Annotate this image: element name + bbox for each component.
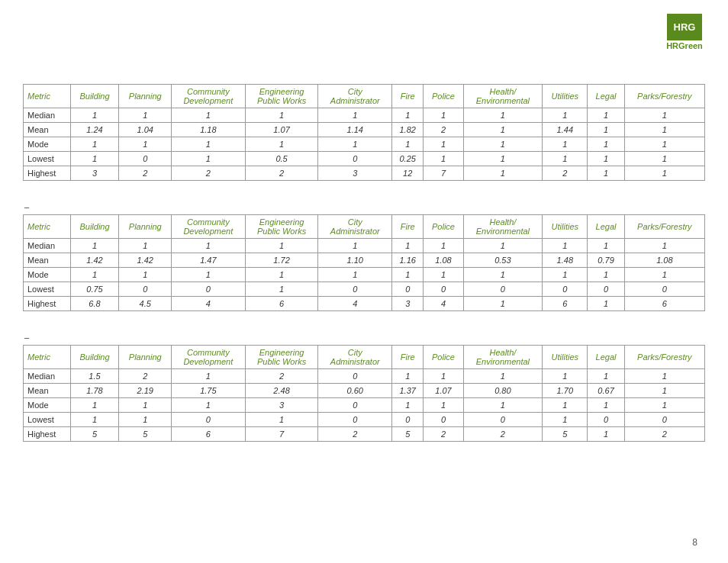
table-row: Highest322231271211: [24, 166, 705, 181]
cell-2-4-9: 6: [543, 297, 588, 311]
cell-3-1-0: Mean: [24, 384, 71, 398]
table-row: Median1.52120111111: [24, 369, 705, 384]
cell-1-2-1: 1: [70, 137, 119, 152]
table-row: Mode11111111111: [24, 137, 705, 152]
table-row: Mean1.782.191.752.480.601.371.070.801.70…: [24, 384, 705, 398]
cell-3-4-4: 7: [245, 427, 318, 442]
table-row: Mode11111111111: [24, 268, 705, 282]
cell-3-2-7: 1: [424, 398, 463, 413]
cell-2-0-10: 1: [588, 239, 624, 253]
cell-2-3-10: 0: [588, 282, 624, 297]
cell-1-4-8: 1: [463, 166, 543, 181]
col-header-1-5: CityAdministrator: [318, 85, 392, 108]
cell-3-4-7: 2: [424, 427, 463, 442]
cell-3-1-9: 1.70: [543, 384, 588, 398]
col-header-1-4: EngineeringPublic Works: [245, 85, 318, 108]
cell-2-0-7: 1: [424, 239, 463, 253]
col-header-2-5: CityAdministrator: [318, 215, 392, 239]
cell-3-4-6: 5: [392, 427, 424, 442]
col-header-2-7: Police: [424, 215, 463, 239]
cell-2-0-0: Median: [24, 239, 71, 253]
cell-2-1-6: 1.16: [392, 253, 424, 268]
cell-1-4-2: 2: [119, 166, 172, 181]
cell-2-2-10: 1: [588, 268, 624, 282]
cell-2-1-0: Mean: [24, 253, 71, 268]
cell-1-2-0: Mode: [24, 137, 71, 152]
cell-3-1-7: 1.07: [424, 384, 463, 398]
cell-1-0-10: 1: [588, 108, 624, 123]
cell-3-4-11: 2: [624, 427, 704, 442]
cell-1-4-10: 1: [588, 166, 624, 181]
cell-1-4-9: 2: [543, 166, 588, 181]
col-header-2-2: Planning: [119, 215, 172, 239]
cell-3-0-6: 1: [392, 369, 424, 384]
cell-3-2-1: 1: [70, 398, 119, 413]
cell-3-0-9: 1: [543, 369, 588, 384]
cell-2-4-7: 4: [424, 297, 463, 311]
cell-3-3-10: 0: [588, 413, 624, 427]
cell-3-1-6: 1.37: [392, 384, 424, 398]
col-header-2-8: Health/Environmental: [463, 215, 543, 239]
cell-3-4-5: 2: [318, 427, 392, 442]
col-header-2-10: Legal: [588, 215, 624, 239]
cell-3-0-11: 1: [624, 369, 704, 384]
cell-3-3-2: 1: [119, 413, 172, 427]
cell-3-3-1: 1: [70, 413, 119, 427]
cell-2-1-2: 1.42: [119, 253, 172, 268]
section-label-2: –: [23, 202, 705, 211]
cell-3-2-2: 1: [119, 398, 172, 413]
col-header-3-11: Parks/Forestry: [624, 346, 704, 369]
col-header-2-0: Metric: [24, 215, 71, 239]
col-header-1-6: Fire: [392, 85, 424, 108]
table-row: Lowest11010000100: [24, 413, 705, 427]
cell-2-3-11: 0: [624, 282, 704, 297]
col-header-3-4: EngineeringPublic Works: [245, 346, 318, 369]
table-row: Lowest0.750010000000: [24, 282, 705, 297]
cell-1-4-11: 1: [624, 166, 704, 181]
cell-1-3-5: 0: [318, 152, 392, 166]
cell-3-2-8: 1: [463, 398, 543, 413]
cell-1-0-11: 1: [624, 108, 704, 123]
logo: HRG HRGreen: [662, 14, 707, 50]
cell-2-3-8: 0: [463, 282, 543, 297]
col-header-3-6: Fire: [392, 346, 424, 369]
cell-3-0-3: 1: [172, 369, 246, 384]
col-header-1-10: Legal: [588, 85, 624, 108]
cell-1-2-10: 1: [588, 137, 624, 152]
cell-2-2-1: 1: [70, 268, 119, 282]
cell-3-0-7: 1: [424, 369, 463, 384]
cell-3-2-4: 3: [245, 398, 318, 413]
cell-1-4-0: Highest: [24, 166, 71, 181]
cell-1-3-4: 0.5: [245, 152, 318, 166]
cell-2-1-7: 1.08: [424, 253, 463, 268]
cell-2-2-0: Mode: [24, 268, 71, 282]
cell-1-3-2: 0: [119, 152, 172, 166]
cell-2-0-6: 1: [392, 239, 424, 253]
cell-2-2-6: 1: [392, 268, 424, 282]
cell-3-2-5: 0: [318, 398, 392, 413]
cell-2-1-8: 0.53: [463, 253, 543, 268]
col-header-3-8: Health/Environmental: [463, 346, 543, 369]
cell-3-0-5: 0: [318, 369, 392, 384]
cell-1-1-8: 1: [463, 123, 543, 137]
cell-2-0-9: 1: [543, 239, 588, 253]
cell-1-0-1: 1: [70, 108, 119, 123]
cell-1-2-2: 1: [119, 137, 172, 152]
cell-3-2-0: Mode: [24, 398, 71, 413]
cell-2-1-5: 1.10: [318, 253, 392, 268]
cell-1-2-8: 1: [463, 137, 543, 152]
cell-2-3-6: 0: [392, 282, 424, 297]
table-row: Lowest1010.500.2511111: [24, 152, 705, 166]
cell-2-1-1: 1.42: [70, 253, 119, 268]
cell-2-0-4: 1: [245, 239, 318, 253]
cell-3-4-8: 2: [463, 427, 543, 442]
cell-1-4-1: 3: [70, 166, 119, 181]
cell-2-3-7: 0: [424, 282, 463, 297]
cell-3-2-11: 1: [624, 398, 704, 413]
cell-1-2-9: 1: [543, 137, 588, 152]
cell-3-0-0: Median: [24, 369, 71, 384]
table-section-3: –MetricBuildingPlanningCommunityDevelopm…: [23, 333, 705, 442]
col-header-1-1: Building: [70, 85, 119, 108]
cell-3-4-9: 5: [543, 427, 588, 442]
cell-3-4-10: 1: [588, 427, 624, 442]
